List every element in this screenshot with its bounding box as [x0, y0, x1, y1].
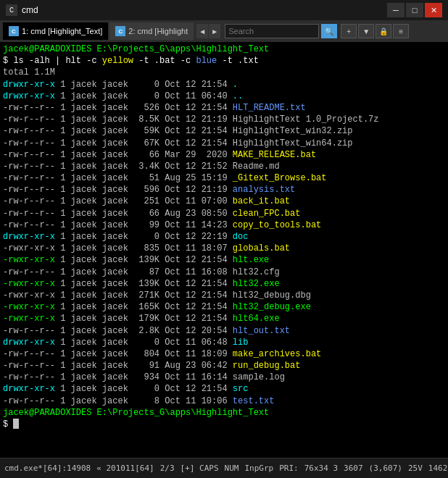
tab-2-icon: C: [115, 26, 125, 36]
cmd-t2: -t .txt: [217, 55, 259, 67]
cmd-yellow: yellow: [102, 55, 133, 67]
toolbar-btn-4[interactable]: ≡: [393, 24, 409, 38]
tab-next-button[interactable]: ►: [209, 24, 220, 38]
status-bar: cmd.exe*[64]:14908 « 201011[64] 2/3 [+] …: [0, 458, 448, 478]
tab-1-label: 1: cmd [Highlight_Text]: [22, 27, 102, 35]
command-line-1: $ ls -alh | hlt -c yellow -t .bat -c blu…: [3, 55, 445, 67]
status-process: cmd.exe*[64]:14908: [4, 464, 91, 473]
toolbar-btn-1[interactable]: +: [341, 24, 357, 38]
list-item: -rw-r--r-- 1 jacek jacek 804 Oct 11 18:0…: [3, 348, 445, 360]
prompt-1-text: jacek@PARADOXIDES E:\Projects_G\apps\Hig…: [3, 43, 269, 55]
tab-bar: C 1: cmd [Highlight_Text] C 2: cmd [High…: [0, 20, 448, 42]
terminal-content[interactable]: jacek@PARADOXIDES E:\Projects_G\apps\Hig…: [0, 42, 448, 458]
toolbar-btn-3[interactable]: 🔒: [376, 24, 391, 38]
status-history: « 201011[64]: [96, 464, 154, 473]
cmd-dollar: $: [3, 55, 13, 67]
list-item: -rw-r--r-- 1 jacek jacek 596 Oct 12 21:1…: [3, 184, 445, 196]
window: C cmd ─ □ ✕ C 1: cmd [Highlight_Text] C …: [0, 0, 448, 478]
prompt-line-2: jacek@PARADOXIDES E:\Projects_G\apps\Hig…: [3, 407, 445, 419]
cmd-t1: -t .bat -c: [133, 55, 196, 67]
status-col: 3607: [344, 464, 363, 473]
list-item: -rw-r--r-- 1 jacek jacek 934 Oct 11 16:1…: [3, 372, 445, 383]
list-item: -rw-r--r-- 1 jacek jacek 3.4K Oct 12 21:…: [3, 161, 445, 172]
status-caps: [+] CAPS: [181, 464, 219, 473]
prompt-line-1: jacek@PARADOXIDES E:\Projects_G\apps\Hig…: [3, 43, 445, 55]
list-item: drwxr-xr-x 1 jacek jacek 0 Oct 12 21:54 …: [3, 383, 445, 395]
list-item: -rw-r--r-- 1 jacek jacek 526 Oct 12 21:5…: [3, 102, 445, 114]
tab-navigation: ◄ ►: [196, 24, 220, 38]
list-item: drwxr-xr-x 1 jacek jacek 0 Oct 12 22:19 …: [3, 231, 445, 243]
tab-prev-button[interactable]: ◄: [196, 24, 208, 38]
list-item: -rwxr-xr-x 1 jacek jacek 271K Oct 12 21:…: [3, 290, 445, 301]
list-item: -rw-r--r-- 1 jacek jacek 91 Aug 23 06:42…: [3, 360, 445, 372]
list-item: -rw-r--r-- 1 jacek jacek 59K Oct 12 21:5…: [3, 125, 445, 137]
cmd-blue: blue: [196, 55, 217, 67]
list-item: -rwxr-xr-x 1 jacek jacek 179K Oct 12 21:…: [3, 313, 445, 324]
list-item: -rw-r--r-- 1 jacek jacek 2.8K Oct 12 20:…: [3, 325, 445, 337]
ls-output: drwxr-xr-x 1 jacek jacek 0 Oct 12 21:54 …: [3, 79, 445, 407]
search-bar: 🔍 + ▼ 🔒 ≡: [222, 24, 445, 38]
list-item: -rwxr-xr-x 1 jacek jacek 139K Oct 12 21:…: [3, 278, 445, 290]
tab-2-label: 2: cmd [Highlight: [128, 27, 188, 35]
list-item: -rw-r--r-- 1 jacek jacek 99 Oct 11 14:23…: [3, 219, 445, 231]
status-zoom: 25V: [408, 464, 423, 473]
list-item: -rwxr-xr-x 1 jacek jacek 139K Oct 12 21:…: [3, 254, 445, 266]
status-num: NUM: [225, 464, 239, 473]
status-dims: 76x34 3: [304, 464, 338, 473]
list-item: -rw-r--r-- 1 jacek jacek 66 Mar 29 2020 …: [3, 149, 445, 161]
prompt-2-text: jacek@PARADOXIDES E:\Projects_G\apps\Hig…: [3, 407, 269, 419]
window-title: cmd: [22, 5, 383, 15]
cmd-text: ls -alh | hlt -c: [13, 55, 101, 67]
list-item: -rwxr-xr-x 1 jacek jacek 165K Oct 12 21:…: [3, 301, 445, 313]
list-item: -rw-r--r-- 1 jacek jacek 67K Oct 12 21:5…: [3, 138, 445, 149]
list-item: -rw-r--r-- 1 jacek jacek 51 Aug 25 15:19…: [3, 172, 445, 184]
cursor-line: $: [3, 419, 445, 430]
app-icon: C: [6, 4, 17, 16]
list-item: drwxr-xr-x 1 jacek jacek 0 Oct 12 21:54 …: [3, 79, 445, 91]
toolbar-btn-2[interactable]: ▼: [358, 24, 374, 38]
status-coords: (3,607): [369, 464, 402, 473]
list-item: -rw-r--r-- 1 jacek jacek 66 Aug 23 08:50…: [3, 208, 445, 219]
toolbar-buttons: + ▼ 🔒 ≡: [341, 24, 409, 38]
maximize-button[interactable]: □: [406, 3, 423, 17]
tab-2[interactable]: C 2: cmd [Highlight: [109, 22, 194, 40]
search-input[interactable]: [225, 24, 319, 38]
total-text: total 1.1M: [3, 67, 55, 78]
list-item: drwxr-xr-x 1 jacek jacek 0 Oct 11 06:40 …: [3, 91, 445, 102]
tab-1[interactable]: C 1: cmd [Highlight_Text]: [3, 22, 108, 40]
cursor-dollar: $: [3, 419, 13, 430]
close-button[interactable]: ✕: [425, 3, 442, 17]
status-inpgrp: InpGrp: [244, 464, 273, 473]
window-controls: ─ □ ✕: [387, 3, 442, 17]
list-item: -rw-r--r-- 1 jacek jacek 251 Oct 11 07:0…: [3, 196, 445, 207]
search-button[interactable]: 🔍: [321, 24, 337, 38]
total-line: total 1.1M: [3, 67, 445, 78]
list-item: -rw-r--r-- 1 jacek jacek 87 Oct 11 16:08…: [3, 267, 445, 278]
tab-1-icon: C: [9, 26, 19, 36]
status-pri: PRI:: [279, 464, 299, 473]
cursor: [13, 419, 19, 429]
minimize-button[interactable]: ─: [387, 3, 405, 17]
title-bar: C cmd ─ □ ✕: [0, 0, 448, 20]
list-item: -rw-r--r-- 1 jacek jacek 8.5K Oct 12 21:…: [3, 114, 445, 125]
list-item: -rwxr-xr-x 1 jacek jacek 835 Oct 11 18:0…: [3, 243, 445, 254]
list-item: drwxr-xr-x 1 jacek jacek 0 Oct 11 06:48 …: [3, 337, 445, 348]
status-position: 2/3: [160, 464, 175, 473]
list-item: -rw-r--r-- 1 jacek jacek 8 Oct 11 10:06 …: [3, 395, 445, 407]
status-mem: 14628: [428, 464, 448, 473]
